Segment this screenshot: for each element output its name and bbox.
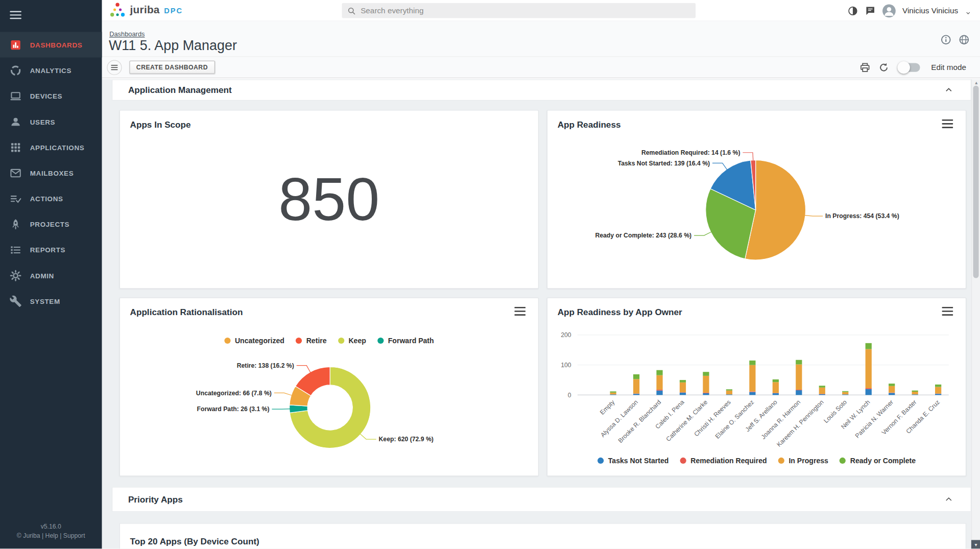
create-dashboard-button[interactable]: CREATE DASHBOARD xyxy=(129,61,214,74)
legend-item-ready-or-complete[interactable]: Ready or Complete xyxy=(840,457,916,465)
bar-catherine-m-clarke-tasks-not-started[interactable] xyxy=(703,393,709,395)
bar-christi-h-reeves-ready-or-complete[interactable] xyxy=(726,389,732,390)
bar-caleb-i-pena-ready-or-complete[interactable] xyxy=(680,380,686,383)
bar-empty-tasks-not-started[interactable] xyxy=(610,394,616,395)
bar-elaine-o-sanchez-in-progress[interactable] xyxy=(749,365,755,392)
info-icon[interactable] xyxy=(940,34,952,45)
bar-joanna-r-harmon-remediation-required[interactable] xyxy=(796,390,802,390)
bar-kareem-h-pennington-ready-or-complete[interactable] xyxy=(819,386,825,388)
bar-jeff-s-arellano-tasks-not-started[interactable] xyxy=(773,393,779,395)
legend-item-tasks-not-started[interactable]: Tasks Not Started xyxy=(597,457,668,465)
bar-vernon-f-baxter-in-progress[interactable] xyxy=(912,392,918,394)
globe-icon[interactable] xyxy=(958,34,970,45)
bar-caleb-i-pena-tasks-not-started[interactable] xyxy=(680,393,686,395)
legend-item-forward-path[interactable]: Forward Path xyxy=(377,337,434,345)
bar-brooke-r-blanchard-ready-or-complete[interactable] xyxy=(656,370,662,375)
footer-links[interactable]: © Juriba | Help | Support xyxy=(0,531,102,540)
sidebar-item-projects[interactable]: PROJECTS xyxy=(0,211,102,237)
bar-alyssa-d-lawson-remediation-required[interactable] xyxy=(633,394,639,394)
user-avatar[interactable] xyxy=(882,4,896,17)
search-input[interactable] xyxy=(361,6,696,15)
scrollbar-down-arrow[interactable]: ▼ xyxy=(971,540,980,548)
sidebar-item-dashboards[interactable]: DASHBOARDS xyxy=(0,32,102,57)
bar-elaine-o-sanchez-remediation-required[interactable] xyxy=(749,391,755,392)
bar-catherine-m-clarke-remediation-required[interactable] xyxy=(703,393,709,393)
card-menu-icon[interactable] xyxy=(514,307,525,316)
vertical-scrollbar[interactable]: ▲ ▼ xyxy=(971,79,980,548)
bar-vernon-f-baxter-tasks-not-started[interactable] xyxy=(912,394,918,395)
theme-contrast-icon[interactable] xyxy=(847,5,858,16)
bar-christi-h-reeves-tasks-not-started[interactable] xyxy=(726,394,732,395)
bar-joanna-r-harmon-ready-or-complete[interactable] xyxy=(796,360,802,365)
breadcrumb[interactable]: Dashboards xyxy=(109,30,145,38)
scrollbar-thumb[interactable] xyxy=(973,86,979,278)
bar-christi-h-reeves-in-progress[interactable] xyxy=(726,391,732,395)
bar-alyssa-d-lawson-in-progress[interactable] xyxy=(633,379,639,393)
bar-empty-ready-or-complete[interactable] xyxy=(610,391,616,392)
print-icon[interactable] xyxy=(859,62,870,73)
bar-patricia-n-warner-in-progress[interactable] xyxy=(889,386,895,393)
bar-jeff-s-arellano-remediation-required[interactable] xyxy=(773,393,779,393)
bar-vernon-f-baxter-ready-or-complete[interactable] xyxy=(912,391,918,392)
bar-neil-w-lynch-remediation-required[interactable] xyxy=(866,388,872,389)
bar-chanda-e-cruz-tasks-not-started[interactable] xyxy=(935,394,941,395)
bar-patricia-n-warner-remediation-required[interactable] xyxy=(889,393,895,393)
bar-neil-w-lynch-in-progress[interactable] xyxy=(866,349,872,388)
chat-icon[interactable] xyxy=(865,5,876,16)
edit-mode-toggle[interactable] xyxy=(899,63,920,71)
bar-louis-soto-in-progress[interactable] xyxy=(842,392,848,395)
sidebar-item-admin[interactable]: ADMIN xyxy=(0,262,102,288)
bar-neil-w-lynch-ready-or-complete[interactable] xyxy=(866,343,872,349)
card-menu-icon[interactable] xyxy=(942,307,953,316)
sidebar-item-users[interactable]: USERS xyxy=(0,109,102,134)
card-menu-icon[interactable] xyxy=(942,120,953,128)
bar-kareem-h-pennington-in-progress[interactable] xyxy=(819,388,825,394)
scrollbar-up-arrow[interactable]: ▲ xyxy=(972,81,980,85)
bar-patricia-n-warner-ready-or-complete[interactable] xyxy=(889,384,895,386)
bar-empty-in-progress[interactable] xyxy=(610,393,616,395)
chevron-up-icon[interactable] xyxy=(944,86,953,94)
bar-joanna-r-harmon-tasks-not-started[interactable] xyxy=(796,390,802,395)
bar-patricia-n-warner-tasks-not-started[interactable] xyxy=(889,393,895,395)
bar-joanna-r-harmon-in-progress[interactable] xyxy=(796,365,802,390)
section-priority-apps[interactable]: Priority Apps xyxy=(112,487,971,512)
bar-louis-soto-ready-or-complete[interactable] xyxy=(842,391,848,392)
global-search[interactable] xyxy=(342,3,696,18)
sidebar-item-reports[interactable]: REPORTS xyxy=(0,237,102,262)
bar-alyssa-d-lawson-tasks-not-started[interactable] xyxy=(633,394,639,395)
legend-item-uncategorized[interactable]: Uncategorized xyxy=(224,337,284,345)
bar-brooke-r-blanchard-in-progress[interactable] xyxy=(656,375,662,390)
bar-catherine-m-clarke-in-progress[interactable] xyxy=(703,376,709,393)
legend-item-remediation-required[interactable]: Remediation Required xyxy=(680,457,767,465)
bar-elaine-o-sanchez-ready-or-complete[interactable] xyxy=(749,361,755,365)
bar-alyssa-d-lawson-ready-or-complete[interactable] xyxy=(633,374,639,379)
user-menu[interactable]: Vinicius Vinicius xyxy=(902,6,958,15)
legend-item-keep[interactable]: Keep xyxy=(338,337,366,345)
bar-catherine-m-clarke-ready-or-complete[interactable] xyxy=(703,372,709,376)
section-application-management[interactable]: Application Management xyxy=(112,79,971,101)
bar-louis-soto-tasks-not-started[interactable] xyxy=(842,394,848,395)
bar-caleb-i-pena-in-progress[interactable] xyxy=(680,383,686,392)
dashboard-list-icon[interactable] xyxy=(107,60,122,75)
sidebar-item-actions[interactable]: ACTIONS xyxy=(0,185,102,211)
bar-kareem-h-pennington-tasks-not-started[interactable] xyxy=(819,394,825,395)
sidebar-item-devices[interactable]: DEVICES xyxy=(0,83,102,109)
chevron-up-icon[interactable] xyxy=(944,495,953,504)
legend-item-retire[interactable]: Retire xyxy=(296,337,327,345)
bar-chanda-e-cruz-remediation-required[interactable] xyxy=(935,394,941,394)
bar-kareem-h-pennington-remediation-required[interactable] xyxy=(819,394,825,394)
bar-brooke-r-blanchard-tasks-not-started[interactable] xyxy=(656,391,662,395)
bar-chanda-e-cruz-in-progress[interactable] xyxy=(935,387,941,394)
sidebar-item-mailboxes[interactable]: MAILBOXES xyxy=(0,160,102,185)
refresh-icon[interactable] xyxy=(878,62,889,73)
bar-jeff-s-arellano-ready-or-complete[interactable] xyxy=(773,379,779,382)
bar-jeff-s-arellano-in-progress[interactable] xyxy=(773,382,779,393)
legend-item-in-progress[interactable]: In Progress xyxy=(778,457,828,465)
app-logo[interactable]: juriba DPC xyxy=(109,3,183,17)
bar-chanda-e-cruz-ready-or-complete[interactable] xyxy=(935,385,941,387)
bar-neil-w-lynch-tasks-not-started[interactable] xyxy=(866,389,872,395)
sidebar-item-system[interactable]: SYSTEM xyxy=(0,288,102,314)
bar-brooke-r-blanchard-remediation-required[interactable] xyxy=(656,390,662,391)
sidebar-item-analytics[interactable]: ANALYTICS xyxy=(0,58,102,83)
sidebar-item-applications[interactable]: APPLICATIONS xyxy=(0,134,102,160)
